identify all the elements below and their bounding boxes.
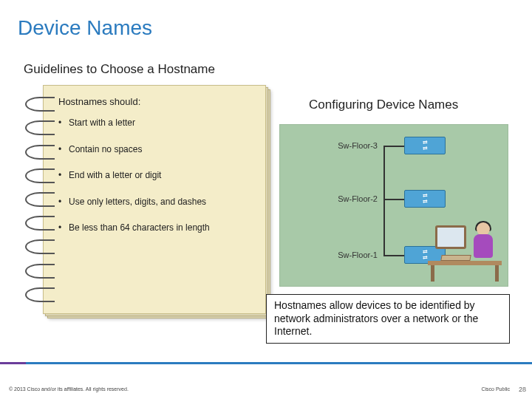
hostname-rule: Start with a letter bbox=[58, 117, 255, 129]
switch-label: Sw-Floor-1 bbox=[324, 250, 378, 259]
spiral-binding-icon bbox=[22, 92, 55, 307]
hostname-rule: Be less than 64 characters in length bbox=[58, 222, 255, 234]
footer-divider bbox=[0, 362, 532, 364]
hostname-rule: End with a letter or digit bbox=[58, 170, 255, 182]
footer-classification: Cisco Public bbox=[481, 386, 510, 392]
switch-icon: ⇄⇄ bbox=[404, 137, 446, 154]
hostname-rule: Contain no spaces bbox=[58, 144, 255, 156]
copyright: © 2013 Cisco and/or its affiliates. All … bbox=[9, 386, 129, 392]
switch-label: Sw-Floor-3 bbox=[324, 141, 378, 150]
switch-label: Sw-Floor-2 bbox=[324, 194, 378, 203]
hostname-rule: Use only letters, digits, and dashes bbox=[58, 197, 255, 208]
diagram-title: Configuring Device Names bbox=[309, 98, 458, 112]
page-number: 28 bbox=[519, 386, 526, 393]
notepad-heading: Hostnames should: bbox=[58, 96, 255, 107]
switch-icon: ⇄⇄ bbox=[404, 190, 446, 208]
notepad: Hostnames should: Start with a letter Co… bbox=[22, 85, 266, 314]
workstation-icon bbox=[428, 219, 502, 282]
page-title: Device Names bbox=[18, 16, 152, 40]
callout-box: Hostnames allow devices to be identified… bbox=[266, 294, 510, 344]
subtitle: Guidelines to Choose a Hostname bbox=[24, 62, 215, 77]
network-diagram: Sw-Floor-3 ⇄⇄ Sw-Floor-2 ⇄⇄ Sw-Floor-1 ⇄… bbox=[279, 124, 508, 287]
